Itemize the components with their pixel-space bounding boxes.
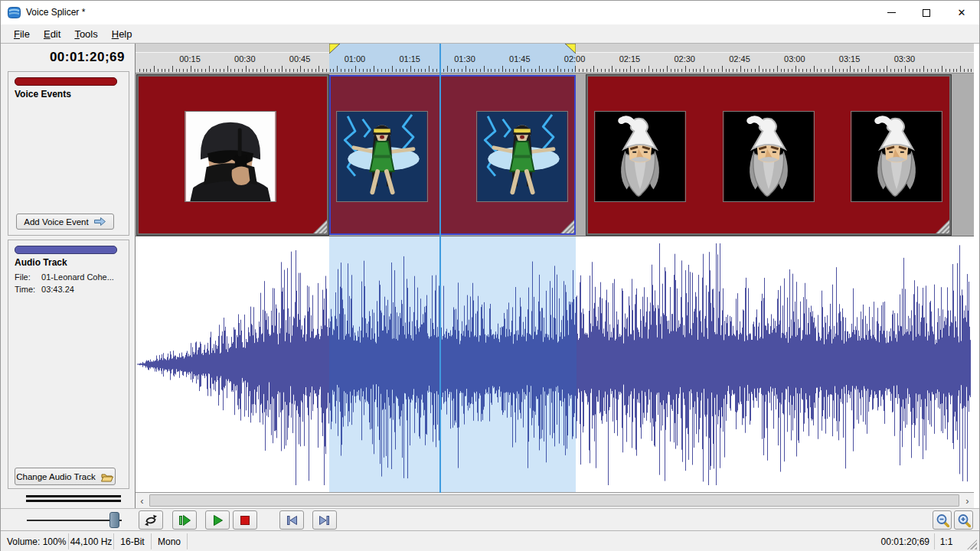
timecode-display: 00:01:20;69 (1, 50, 125, 65)
scrollbar-thumb[interactable] (149, 494, 959, 507)
zoom-in-button[interactable] (954, 510, 973, 530)
status-volume: Volume: 100% (1, 531, 68, 551)
app-icon (8, 6, 21, 19)
audio-time-row: Time: 03:43.24 (15, 285, 74, 294)
stop-icon (239, 514, 251, 527)
ruler-time-label: 01:15 (393, 54, 426, 64)
scroll-left-arrow[interactable]: ‹ (136, 493, 149, 508)
audio-track-panel: Audio Track File: 01-Leonard Cohe... Tim… (8, 240, 129, 489)
lightning-girl-thumbnail (336, 111, 428, 202)
close-icon: ✕ (958, 8, 966, 18)
add-voice-event-label: Add Voice Event (24, 217, 88, 227)
ruler-time-label: 01:30 (448, 54, 482, 64)
menu-tools[interactable]: Tools (67, 26, 104, 42)
voice-events-title: Voice Events (15, 89, 71, 99)
minimize-icon (887, 12, 896, 13)
timeline-area: 00:1500:3000:4501:0001:1501:3001:4502:00… (135, 44, 973, 508)
play-from-cursor-icon (178, 514, 191, 527)
waveform-display[interactable] (136, 236, 974, 493)
skip-to-end-icon (318, 514, 332, 527)
voice-event-2[interactable] (329, 75, 576, 235)
status-zoom-ratio: 1:1 (935, 531, 958, 551)
play-from-cursor-button[interactable] (172, 510, 197, 530)
soldier-thumbnail (185, 111, 276, 202)
zoom-out-icon (936, 514, 949, 527)
resize-grip-icon[interactable] (313, 220, 327, 233)
ruler-time-label: 03:00 (778, 54, 812, 64)
ruler-time-label: 02:15 (612, 54, 646, 64)
zoom-in-icon (957, 514, 971, 527)
ruler-time-label: 00:15 (173, 54, 207, 64)
window-title: Voice Splicer * (26, 7, 85, 18)
wizard-thumbnail (594, 111, 686, 202)
status-bit-depth: 16-Bit (114, 531, 151, 551)
loop-icon (143, 514, 158, 527)
audio-time-label: Time: (15, 285, 39, 294)
voice-events-panel: Voice Events Add Voice Event (8, 71, 129, 236)
menu-bar: FileEditToolsHelp (1, 24, 979, 44)
change-audio-track-label: Change Audio Track (16, 472, 96, 481)
loop-button[interactable] (139, 510, 163, 530)
change-audio-track-button[interactable]: Change Audio Track (15, 468, 116, 485)
ruler-time-label: 02:00 (558, 54, 592, 64)
arrow-right-icon (93, 217, 106, 227)
scroll-right-arrow[interactable]: › (961, 493, 974, 508)
app-window: Voice Splicer * ✕ FileEditToolsHelp 00:0… (0, 0, 980, 551)
maximize-button[interactable] (909, 1, 944, 24)
menu-help[interactable]: Help (105, 26, 139, 42)
lightning-girl-thumbnail (476, 111, 568, 202)
audio-time-value: 03:43.24 (41, 285, 74, 294)
maximize-icon (923, 9, 930, 17)
video-track (136, 73, 974, 236)
minimize-button[interactable] (874, 1, 909, 24)
ruler-time-label: 03:30 (887, 54, 921, 64)
add-voice-event-button[interactable]: Add Voice Event (16, 214, 114, 230)
ruler-time-label: 03:15 (833, 54, 867, 64)
resize-grip-icon[interactable] (560, 220, 574, 233)
playhead[interactable] (439, 44, 441, 493)
ruler-time-label: 02:45 (723, 54, 756, 64)
status-sample-rate: 44,100 Hz (69, 531, 113, 551)
sidebar: 00:01:20;69 Voice Events Add Voice Event… (1, 44, 135, 508)
ruler-time-label: 02:30 (668, 54, 701, 64)
resize-grip-icon[interactable] (936, 220, 949, 233)
audio-file-value: 01-Leonard Cohe... (41, 272, 114, 282)
voice-event-1[interactable] (137, 75, 328, 235)
status-bar: Volume: 100% 44,100 Hz 16-Bit Mono 00:01… (1, 530, 979, 551)
voice-events-color-bar (15, 77, 117, 86)
skip-to-start-button[interactable] (279, 510, 304, 530)
selection-start-marker[interactable] (329, 44, 340, 54)
ruler-time-label: 00:30 (228, 54, 262, 64)
zoom-out-button[interactable] (933, 510, 952, 530)
status-channels: Mono (152, 531, 187, 551)
volume-slider[interactable] (24, 510, 125, 530)
audio-track-color-bar (15, 246, 117, 254)
skip-to-end-button[interactable] (312, 510, 337, 530)
voice-event-3[interactable] (586, 75, 951, 235)
menu-file[interactable]: File (7, 26, 37, 42)
play-icon (211, 514, 224, 527)
stop-button[interactable] (233, 510, 257, 530)
window-controls: ✕ (874, 1, 979, 24)
waveform-canvas (136, 236, 974, 492)
selection-end-marker[interactable] (565, 44, 576, 54)
control-bar (1, 508, 979, 530)
close-button[interactable]: ✕ (944, 1, 979, 24)
play-button[interactable] (205, 510, 230, 530)
divider-grip (26, 495, 121, 504)
audio-file-label: File: (15, 272, 39, 282)
audio-track-title: Audio Track (15, 257, 67, 268)
wizard-thumbnail (851, 111, 942, 202)
timeline-ruler[interactable]: 00:1500:3000:4501:0001:1501:3001:4502:00… (136, 44, 974, 73)
volume-slider-thumb[interactable] (109, 512, 119, 528)
skip-to-start-icon (285, 514, 299, 527)
ruler-time-label: 01:00 (338, 54, 371, 64)
volume-slider-track (27, 520, 122, 521)
horizontal-scrollbar[interactable]: ‹ › (136, 493, 974, 508)
title-bar: Voice Splicer * ✕ (1, 1, 979, 24)
ruler-time-label: 00:45 (283, 54, 317, 64)
open-folder-icon (100, 471, 114, 482)
audio-file-row: File: 01-Leonard Cohe... (15, 272, 114, 282)
ruler-time-label: 01:45 (503, 54, 537, 64)
menu-edit[interactable]: Edit (37, 26, 67, 42)
